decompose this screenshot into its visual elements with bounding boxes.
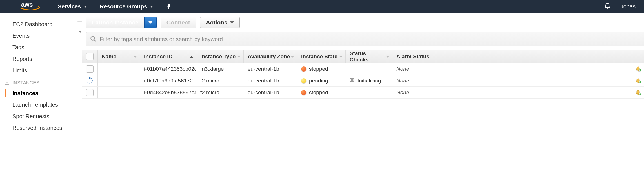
collapse-minus-icon: − [5, 81, 9, 85]
row-checkbox[interactable] [86, 65, 94, 73]
cell-instance-state: stopped [297, 63, 346, 75]
sidebar-collapse-handle[interactable]: ◂ [77, 21, 82, 41]
sidebar-item-spot-requests[interactable]: Spot Requests [0, 111, 82, 122]
table-row[interactable]: i-01b07a442383cb02cm3.xlargeeu-central-1… [82, 63, 644, 75]
cell-alarm-status: None [392, 75, 644, 86]
row-checkbox[interactable] [86, 89, 94, 96]
column-alarm-status-label: Alarm Status [396, 53, 429, 60]
pin-icon[interactable] [166, 4, 172, 9]
svg-point-8 [92, 80, 93, 81]
svg-point-6 [89, 77, 90, 79]
sidebar-section-instances[interactable]: − INSTANCES [0, 76, 82, 88]
column-name-label: Name [102, 53, 116, 60]
nav-services[interactable]: Services [58, 3, 87, 10]
add-alarm-icon[interactable] [635, 66, 641, 72]
sort-icon [134, 56, 137, 58]
caret-down-icon [148, 21, 152, 24]
svg-point-13 [87, 78, 88, 79]
svg-point-16 [638, 94, 639, 95]
column-instance-type-label: Instance Type [200, 53, 236, 60]
select-all-checkbox[interactable] [86, 53, 94, 60]
table-header: Name Instance ID Instance Type Availabil… [82, 50, 644, 63]
svg-text:aws: aws [21, 2, 33, 8]
column-instance-state[interactable]: Instance State [297, 50, 346, 63]
column-availability-zone[interactable]: Availability Zone [244, 50, 297, 63]
row-select-cell [82, 75, 98, 86]
sidebar-item-events[interactable]: Events [0, 30, 82, 42]
caret-down-icon [230, 21, 234, 24]
cell-instance-id: i-01b07a442383cb02c [140, 63, 196, 75]
column-name[interactable]: Name [98, 50, 140, 63]
column-status-checks[interactable]: Status Checks [346, 50, 392, 63]
sidebar-item-tags[interactable]: Tags [0, 42, 82, 53]
cell-instance-id: i-0d4842e5b538597c4 [140, 87, 196, 98]
sidebar-item-limits[interactable]: Limits [0, 65, 82, 76]
column-instance-id[interactable]: Instance ID [140, 50, 196, 63]
cell-name [98, 87, 140, 98]
cell-availability-zone: eu-central-1b [244, 63, 297, 75]
cell-status-checks [346, 87, 392, 98]
launch-instance-button[interactable]: Launch Instance [86, 17, 144, 28]
cell-instance-type: t2.micro [196, 87, 244, 98]
svg-rect-1 [168, 7, 169, 9]
svg-point-2 [91, 36, 95, 40]
state-dot-icon [301, 90, 306, 95]
launch-instance-dropdown[interactable] [144, 17, 157, 28]
search-icon [90, 36, 96, 43]
sort-icon [291, 56, 294, 58]
nav-services-label: Services [58, 3, 81, 10]
table-row[interactable]: i-0d4842e5b538597c4t2.microeu-central-1b… [82, 87, 644, 99]
cell-instance-type: t2.micro [196, 75, 244, 86]
svg-point-14 [638, 82, 639, 83]
row-select-cell [82, 87, 98, 98]
sidebar-item-instances[interactable]: Instances [0, 88, 82, 99]
sidebar-item-reserved-instances[interactable]: Reserved Instances [0, 122, 82, 134]
column-instance-type[interactable]: Instance Type [196, 50, 244, 63]
sort-icon [386, 56, 389, 58]
svg-point-12 [86, 80, 87, 81]
cell-status-checks: Initializing [346, 75, 392, 86]
state-dot-icon [301, 66, 306, 72]
cell-name [98, 75, 140, 86]
nav-resource-groups[interactable]: Resource Groups [100, 3, 153, 10]
sidebar-item-ec2-dashboard[interactable]: EC2 Dashboard [0, 19, 82, 30]
add-alarm-icon[interactable] [635, 90, 641, 96]
column-alarm-status[interactable]: Alarm Status [392, 50, 644, 63]
add-alarm-icon[interactable] [635, 78, 641, 84]
actions-button[interactable]: Actions [200, 17, 240, 28]
svg-point-7 [91, 78, 92, 79]
cell-availability-zone: eu-central-1b [244, 75, 297, 86]
column-status-checks-label: Status Checks [350, 50, 386, 63]
table-row[interactable]: i-0cf7f0a6d9fa56172t2.microeu-central-1b… [82, 75, 644, 87]
svg-point-10 [89, 83, 90, 84]
launch-instance-button-group: Launch Instance [86, 17, 157, 28]
svg-line-3 [94, 40, 96, 41]
loading-spinner-icon [86, 77, 94, 85]
alarm-status-text: None [396, 90, 409, 96]
connect-button: Connect [161, 17, 196, 28]
cell-instance-state: stopped [297, 87, 346, 98]
sidebar-item-reports[interactable]: Reports [0, 53, 82, 65]
nav-username[interactable]: Jonas [621, 3, 636, 10]
caret-down-icon [84, 6, 87, 8]
svg-point-11 [87, 82, 88, 83]
sidebar-item-launch-templates[interactable]: Launch Templates [0, 99, 82, 111]
cell-alarm-status: None [392, 87, 644, 98]
cell-status-checks [346, 63, 392, 75]
sort-icon [237, 56, 241, 58]
svg-point-9 [91, 82, 92, 83]
filter-bar[interactable] [86, 32, 644, 46]
sidebar-section-instances-label: INSTANCES [12, 80, 39, 86]
alarm-status-text: None [396, 66, 409, 72]
alarm-status-text: None [396, 78, 409, 84]
sort-icon [339, 56, 343, 58]
row-select-cell [82, 63, 98, 75]
cell-availability-zone: eu-central-1b [244, 87, 297, 98]
notifications-bell-icon[interactable] [604, 3, 611, 11]
filter-input[interactable] [100, 36, 640, 43]
hourglass-icon [350, 77, 355, 84]
aws-logo[interactable]: aws [21, 2, 41, 11]
column-state-label: Instance State [301, 53, 337, 60]
top-nav: aws Services Resource Groups Jonas [0, 0, 644, 13]
action-bar: Launch Instance Connect Actions [82, 17, 644, 32]
